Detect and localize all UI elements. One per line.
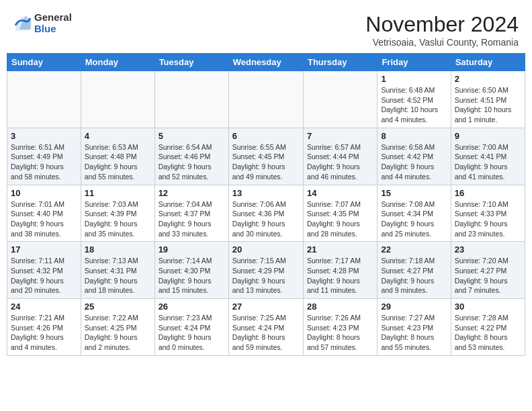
- day-info: Sunrise: 7:01 AM Sunset: 4:40 PM Dayligh…: [11, 199, 77, 239]
- header: General Blue November 2024 Vetrisoaia, V…: [7, 7, 525, 50]
- day-info: Sunrise: 7:26 AM Sunset: 4:23 PM Dayligh…: [307, 313, 373, 353]
- calendar-cell: 21Sunrise: 7:17 AM Sunset: 4:28 PM Dayli…: [303, 242, 377, 299]
- day-info: Sunrise: 7:15 AM Sunset: 4:29 PM Dayligh…: [232, 256, 300, 295]
- day-number: 25: [85, 302, 151, 312]
- calendar-cell: 3Sunrise: 6:51 AM Sunset: 4:49 PM Daylig…: [7, 128, 81, 185]
- week-row-3: 10Sunrise: 7:01 AM Sunset: 4:40 PM Dayli…: [7, 185, 525, 242]
- day-number: 4: [85, 131, 151, 141]
- logo: General Blue: [13, 12, 72, 34]
- weekday-tuesday: Tuesday: [154, 54, 228, 71]
- day-info: Sunrise: 7:23 AM Sunset: 4:24 PM Dayligh…: [159, 313, 225, 353]
- day-number: 17: [11, 244, 77, 255]
- day-number: 5: [159, 131, 225, 141]
- calendar-cell: 14Sunrise: 7:07 AM Sunset: 4:35 PM Dayli…: [303, 185, 377, 242]
- calendar-table: SundayMondayTuesdayWednesdayThursdayFrid…: [7, 53, 525, 356]
- location-title: Vetrisoaia, Vaslui County, Romania: [365, 37, 519, 48]
- day-info: Sunrise: 7:04 AM Sunset: 4:37 PM Dayligh…: [159, 199, 225, 239]
- day-info: Sunrise: 7:18 AM Sunset: 4:27 PM Dayligh…: [381, 256, 447, 295]
- calendar-cell: 5Sunrise: 6:54 AM Sunset: 4:46 PM Daylig…: [154, 128, 228, 185]
- calendar-cell: 28Sunrise: 7:26 AM Sunset: 4:23 PM Dayli…: [303, 299, 377, 356]
- day-info: Sunrise: 7:13 AM Sunset: 4:31 PM Dayligh…: [85, 256, 151, 295]
- calendar-cell: 4Sunrise: 6:53 AM Sunset: 4:48 PM Daylig…: [81, 128, 154, 185]
- day-info: Sunrise: 7:00 AM Sunset: 4:41 PM Dayligh…: [455, 142, 521, 182]
- day-info: Sunrise: 7:11 AM Sunset: 4:32 PM Dayligh…: [11, 256, 77, 295]
- calendar-cell: 17Sunrise: 7:11 AM Sunset: 4:32 PM Dayli…: [7, 242, 81, 299]
- day-number: 19: [159, 244, 225, 255]
- day-info: Sunrise: 7:03 AM Sunset: 4:39 PM Dayligh…: [85, 199, 151, 239]
- logo-icon: [13, 14, 32, 33]
- logo-general-text: General: [34, 12, 72, 24]
- calendar-cell: 27Sunrise: 7:25 AM Sunset: 4:24 PM Dayli…: [228, 299, 303, 356]
- day-info: Sunrise: 6:57 AM Sunset: 4:44 PM Dayligh…: [307, 142, 373, 182]
- calendar-body: 1Sunrise: 6:48 AM Sunset: 4:52 PM Daylig…: [7, 71, 525, 356]
- day-number: 11: [85, 188, 151, 198]
- day-number: 6: [232, 131, 300, 141]
- day-number: 12: [159, 188, 225, 198]
- day-info: Sunrise: 7:10 AM Sunset: 4:33 PM Dayligh…: [455, 199, 521, 239]
- weekday-wednesday: Wednesday: [228, 54, 303, 71]
- weekday-saturday: Saturday: [451, 54, 525, 71]
- day-info: Sunrise: 6:51 AM Sunset: 4:49 PM Dayligh…: [11, 142, 77, 182]
- day-number: 30: [455, 302, 521, 312]
- day-info: Sunrise: 7:06 AM Sunset: 4:36 PM Dayligh…: [232, 199, 300, 239]
- calendar-cell: 11Sunrise: 7:03 AM Sunset: 4:39 PM Dayli…: [81, 185, 154, 242]
- day-number: 24: [11, 302, 77, 312]
- calendar-cell: 2Sunrise: 6:50 AM Sunset: 4:51 PM Daylig…: [451, 71, 525, 128]
- day-info: Sunrise: 7:28 AM Sunset: 4:22 PM Dayligh…: [455, 313, 521, 353]
- calendar-cell: 19Sunrise: 7:14 AM Sunset: 4:30 PM Dayli…: [154, 242, 228, 299]
- day-number: 16: [455, 188, 521, 198]
- day-info: Sunrise: 7:07 AM Sunset: 4:35 PM Dayligh…: [307, 199, 373, 239]
- calendar-cell: [81, 71, 154, 128]
- day-number: 27: [232, 302, 300, 312]
- day-number: 10: [11, 188, 77, 198]
- week-row-4: 17Sunrise: 7:11 AM Sunset: 4:32 PM Dayli…: [7, 242, 525, 299]
- day-number: 23: [455, 244, 521, 255]
- day-number: 7: [307, 131, 373, 141]
- day-number: 26: [159, 302, 225, 312]
- calendar-cell: 7Sunrise: 6:57 AM Sunset: 4:44 PM Daylig…: [303, 128, 377, 185]
- day-info: Sunrise: 6:54 AM Sunset: 4:46 PM Dayligh…: [159, 142, 225, 182]
- calendar-cell: 9Sunrise: 7:00 AM Sunset: 4:41 PM Daylig…: [451, 128, 525, 185]
- weekday-header-row: SundayMondayTuesdayWednesdayThursdayFrid…: [7, 54, 525, 71]
- weekday-friday: Friday: [378, 54, 451, 71]
- day-info: Sunrise: 6:53 AM Sunset: 4:48 PM Dayligh…: [85, 142, 151, 182]
- day-number: 2: [455, 74, 521, 84]
- day-number: 3: [11, 131, 77, 141]
- day-number: 18: [85, 244, 151, 255]
- day-info: Sunrise: 7:21 AM Sunset: 4:26 PM Dayligh…: [11, 313, 77, 353]
- day-info: Sunrise: 6:50 AM Sunset: 4:51 PM Dayligh…: [455, 85, 521, 125]
- calendar-cell: 15Sunrise: 7:08 AM Sunset: 4:34 PM Dayli…: [378, 185, 451, 242]
- calendar-cell: [7, 71, 81, 128]
- day-number: 1: [381, 74, 447, 84]
- calendar-cell: 20Sunrise: 7:15 AM Sunset: 4:29 PM Dayli…: [228, 242, 303, 299]
- logo-blue-text: Blue: [34, 24, 72, 35]
- day-info: Sunrise: 6:58 AM Sunset: 4:42 PM Dayligh…: [381, 142, 447, 182]
- calendar-cell: [228, 71, 303, 128]
- day-info: Sunrise: 6:55 AM Sunset: 4:45 PM Dayligh…: [232, 142, 300, 182]
- day-number: 9: [455, 131, 521, 141]
- week-row-5: 24Sunrise: 7:21 AM Sunset: 4:26 PM Dayli…: [7, 299, 525, 356]
- calendar-cell: [154, 71, 228, 128]
- day-number: 8: [381, 131, 447, 141]
- day-info: Sunrise: 7:22 AM Sunset: 4:25 PM Dayligh…: [85, 313, 151, 353]
- weekday-thursday: Thursday: [303, 54, 377, 71]
- day-number: 20: [232, 244, 300, 255]
- title-area: November 2024 Vetrisoaia, Vaslui County,…: [365, 12, 519, 48]
- month-title: November 2024: [365, 12, 519, 37]
- weekday-monday: Monday: [81, 54, 154, 71]
- day-info: Sunrise: 7:25 AM Sunset: 4:24 PM Dayligh…: [232, 313, 300, 353]
- calendar-cell: [303, 71, 377, 128]
- calendar-cell: 12Sunrise: 7:04 AM Sunset: 4:37 PM Dayli…: [154, 185, 228, 242]
- calendar-cell: 26Sunrise: 7:23 AM Sunset: 4:24 PM Dayli…: [154, 299, 228, 356]
- day-info: Sunrise: 7:14 AM Sunset: 4:30 PM Dayligh…: [159, 256, 225, 295]
- day-number: 14: [307, 188, 373, 198]
- calendar-cell: 23Sunrise: 7:20 AM Sunset: 4:27 PM Dayli…: [451, 242, 525, 299]
- day-number: 28: [307, 302, 373, 312]
- day-number: 13: [232, 188, 300, 198]
- calendar-cell: 22Sunrise: 7:18 AM Sunset: 4:27 PM Dayli…: [378, 242, 451, 299]
- day-info: Sunrise: 6:48 AM Sunset: 4:52 PM Dayligh…: [381, 85, 447, 125]
- calendar-cell: 18Sunrise: 7:13 AM Sunset: 4:31 PM Dayli…: [81, 242, 154, 299]
- calendar-cell: 30Sunrise: 7:28 AM Sunset: 4:22 PM Dayli…: [451, 299, 525, 356]
- day-info: Sunrise: 7:08 AM Sunset: 4:34 PM Dayligh…: [381, 199, 447, 239]
- day-info: Sunrise: 7:27 AM Sunset: 4:23 PM Dayligh…: [381, 313, 447, 353]
